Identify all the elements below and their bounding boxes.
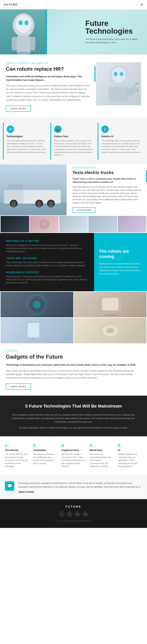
tesla-accent-bar bbox=[146, 170, 147, 182]
hero-subtitle: The future is fast approaching, and a ne… bbox=[85, 38, 142, 44]
tech-col-3-title: Cryptocurrency bbox=[61, 449, 85, 452]
tesla-lead: Tesla's Semi is off to a promising start… bbox=[73, 177, 142, 184]
quote-section: 💬 Technology has forever changed the wor… bbox=[0, 476, 147, 499]
hr-robot-svg bbox=[99, 64, 138, 103]
tesla-section: TRANSPORTATION Tesla electric trucks Tes… bbox=[0, 164, 147, 215]
hero-accent-bar bbox=[46, 10, 47, 54]
site-header: FUTURE ≡ bbox=[0, 0, 147, 10]
card-1-text: The technology space has long been watch… bbox=[7, 139, 46, 154]
card-2-text: Tesla recently unveiled in July a snazzy… bbox=[54, 139, 94, 156]
tech-col-5-title: AI bbox=[118, 449, 142, 452]
tech-col-2-text: Innovation in automation has traditional… bbox=[33, 453, 57, 465]
tesla-title: Tesla electric trucks bbox=[73, 170, 142, 175]
svg-point-11 bbox=[120, 72, 123, 76]
tesla-truck-image bbox=[0, 164, 67, 215]
svg-rect-12 bbox=[109, 87, 128, 102]
gadgets-label: GADGETS bbox=[6, 350, 141, 352]
tech-col-4-text: Blockchain, the decentralized ledger tha… bbox=[90, 453, 114, 468]
card-technologies: ⚙ Technologies The technology space has … bbox=[3, 122, 49, 160]
machines-text: MACHINES DO IT BETTER RPA can be an upgr… bbox=[0, 233, 94, 291]
footer-facebook-icon[interactable]: f bbox=[59, 511, 65, 517]
five-tech-section: 5 Future Technologies That Will Be Mains… bbox=[0, 396, 147, 436]
svg-point-9 bbox=[112, 67, 125, 83]
robots-ai-icon: 🤖 bbox=[101, 126, 109, 133]
tesla-label: TRANSPORTATION bbox=[73, 167, 142, 169]
gadget-img-4 bbox=[74, 318, 146, 343]
thumb-1 bbox=[1, 216, 29, 232]
robots-hr-read-more[interactable]: read more bbox=[6, 106, 31, 112]
svg-point-7 bbox=[13, 52, 34, 54]
tech-col-2: 2. Automation Innovation in automation h… bbox=[31, 441, 59, 470]
tesla-read-more[interactable]: read more bbox=[73, 207, 96, 213]
footer-twitter-icon[interactable]: t bbox=[67, 511, 73, 517]
tech-col-2-title: Automation bbox=[33, 449, 57, 452]
quote-bubble-icon: 💬 bbox=[5, 481, 14, 491]
svg-point-19 bbox=[11, 201, 16, 206]
svg-rect-5 bbox=[12, 37, 17, 50]
footer-linkedin-icon[interactable]: in bbox=[74, 511, 80, 517]
gadgets-title: Gadgets of the Future bbox=[6, 354, 141, 360]
gadgets-section: GADGETS Gadgets of the Future Technology… bbox=[0, 291, 147, 396]
footer-logo: FUTURE bbox=[4, 505, 143, 508]
robots-hr-lead: Automation and artificial intelligence a… bbox=[6, 75, 91, 82]
machines-text3: Automating parts of the annual compensat… bbox=[6, 275, 88, 284]
gadgets-grid bbox=[0, 291, 147, 344]
tech-col-4: 4. Blockchain Blockchain, the decentrali… bbox=[88, 441, 116, 470]
thumbnail-strip bbox=[0, 215, 147, 233]
svg-point-21 bbox=[37, 201, 42, 206]
svg-point-1 bbox=[16, 15, 31, 33]
machines-title2: "QUICK WIN" SOLUTIONS bbox=[6, 257, 88, 259]
robots-hr-title: Can robots replace HR? bbox=[6, 66, 91, 72]
tech-col-5: 5. AI Artificial intelligence is seeing … bbox=[116, 441, 144, 470]
menu-icon[interactable]: ≡ bbox=[141, 2, 143, 7]
svg-rect-6 bbox=[30, 37, 35, 50]
hero-text-box: Future Technologies The future is fast a… bbox=[85, 20, 142, 44]
svg-rect-24 bbox=[4, 206, 61, 212]
five-tech-para2: As 2018 progresses, here are 5 future te… bbox=[8, 426, 139, 430]
gadget-img-3 bbox=[1, 318, 73, 343]
tech-col-5-text: Artificial intelligence is seeing the li… bbox=[118, 453, 142, 468]
three-cards-section: ⚙ Technologies The technology space has … bbox=[0, 118, 147, 164]
card-3-title: Robots AI bbox=[101, 135, 141, 138]
machines-title3: HIGHER-IMPACT SERVICES bbox=[6, 271, 88, 274]
quote-author: James Comey bbox=[18, 490, 142, 493]
hero-robot-image bbox=[0, 10, 47, 54]
robots-coming-text: Robotic process automation (RPA) works a… bbox=[99, 262, 142, 276]
gadgets-body: One of those who like to contemplate abo… bbox=[6, 369, 141, 380]
tech-col-3: 3. Cryptocurrency After Bitcoin's meteor… bbox=[59, 441, 88, 470]
tesla-text: TRANSPORTATION Tesla electric trucks Tes… bbox=[67, 164, 147, 215]
svg-point-10 bbox=[114, 72, 117, 76]
site-footer: FUTURE f t in in © Future Community, All… bbox=[0, 499, 147, 528]
tech-col-1: 1. The Internet The internet has long be… bbox=[3, 441, 31, 470]
tech-col-4-title: Blockchain bbox=[90, 449, 114, 452]
card-3-text: The technology space has long been watch… bbox=[101, 139, 141, 154]
card-future-cars: 🚗 Future Cars Tesla recently unveiled in… bbox=[50, 122, 97, 160]
quote-content: Technology has forever changed the world… bbox=[18, 481, 142, 493]
tech-col-3-num: 3. bbox=[61, 443, 85, 448]
card-robots-ai: 🤖 Robots AI The technology space has lon… bbox=[98, 122, 144, 160]
svg-point-2 bbox=[19, 20, 23, 25]
robots-coming-title: The robots are coming bbox=[99, 249, 142, 259]
machines-text1: RPA can be an upgrade over humans when a… bbox=[6, 244, 88, 253]
svg-point-36 bbox=[106, 328, 114, 333]
hero-section: Future Technologies The future is fast a… bbox=[0, 10, 147, 54]
gadgets-read-more[interactable]: read more bbox=[6, 384, 31, 390]
robot-svg bbox=[4, 10, 43, 54]
hr-image-accent bbox=[94, 66, 95, 82]
future-cars-icon: 🚗 bbox=[54, 126, 62, 133]
svg-rect-32 bbox=[28, 323, 39, 338]
svg-point-23 bbox=[49, 201, 53, 206]
five-tech-title: 5 Future Technologies That Will Be Mains… bbox=[8, 404, 139, 409]
thumb-5 bbox=[118, 216, 146, 232]
card-1-title: Technologies bbox=[7, 135, 46, 138]
robots-hr-label: ROBOTIC PROCESS AUTOMATION bbox=[6, 62, 91, 64]
footer-instagram-icon[interactable]: in bbox=[82, 511, 88, 517]
thumb-3 bbox=[59, 216, 88, 232]
robots-hr-text: ROBOTIC PROCESS AUTOMATION Can robots re… bbox=[6, 62, 91, 112]
gadget-img-1 bbox=[1, 292, 73, 317]
tech-col-1-title: The Internet bbox=[5, 449, 29, 452]
technologies-icon: ⚙ bbox=[7, 126, 14, 133]
quote-text: Technology has forever changed the world… bbox=[18, 481, 142, 488]
svg-rect-29 bbox=[102, 298, 118, 310]
site-logo: FUTURE bbox=[4, 3, 18, 6]
